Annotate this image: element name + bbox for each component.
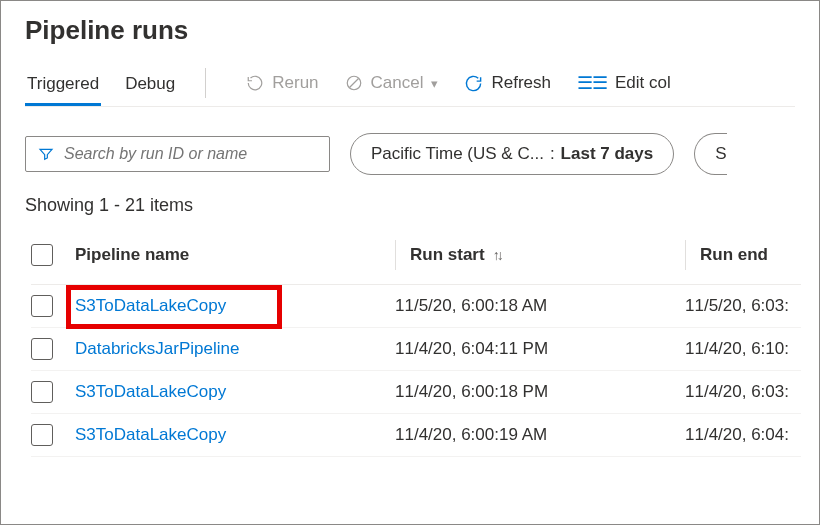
run-end-cell: 11/5/20, 6:03: (685, 296, 801, 316)
tab-debug[interactable]: Debug (123, 68, 177, 106)
rerun-button[interactable]: Rerun (246, 73, 318, 93)
run-start-cell: 11/5/20, 6:00:18 AM (395, 296, 685, 316)
run-start-cell: 11/4/20, 6:04:11 PM (395, 339, 685, 359)
range-prefix: : (550, 144, 555, 164)
run-end-cell: 11/4/20, 6:03: (685, 382, 801, 402)
col-run-start[interactable]: Run start ↑↓ (395, 240, 685, 270)
cancel-label: Cancel (371, 73, 424, 93)
tab-triggered[interactable]: Triggered (25, 68, 101, 106)
range-text: Last 7 days (561, 144, 654, 164)
divider (205, 68, 206, 98)
col-run-end[interactable]: Run end (685, 240, 801, 270)
search-input[interactable] (64, 145, 317, 163)
run-end-cell: 11/4/20, 6:04: (685, 425, 801, 445)
rerun-label: Rerun (272, 73, 318, 93)
chevron-down-icon: ▾ (431, 76, 438, 91)
run-start-cell: 11/4/20, 6:00:18 PM (395, 382, 685, 402)
filter-row: Pacific Time (US & C... : Last 7 days S (25, 133, 795, 175)
refresh-icon (464, 74, 483, 93)
search-box[interactable] (25, 136, 330, 172)
cancel-icon (345, 74, 363, 92)
row-checkbox[interactable] (31, 424, 53, 446)
timezone-text: Pacific Time (US & C... (371, 144, 544, 164)
table-row: S3ToDataLakeCopy 11/4/20, 6:00:18 PM 11/… (31, 371, 801, 414)
row-checkbox[interactable] (31, 295, 53, 317)
cancel-button[interactable]: Cancel ▾ (345, 73, 439, 93)
table-row: S3ToDataLakeCopy 11/4/20, 6:00:19 AM 11/… (31, 414, 801, 457)
rerun-icon (246, 74, 264, 92)
results-summary: Showing 1 - 21 items (25, 195, 795, 216)
time-range-filter[interactable]: Pacific Time (US & C... : Last 7 days (350, 133, 674, 175)
edit-columns-label: Edit col (615, 73, 671, 93)
runs-table: Pipeline name Run start ↑↓ Run end S3ToD… (31, 240, 801, 457)
pipeline-link[interactable]: S3ToDataLakeCopy (75, 382, 226, 401)
pipeline-link[interactable]: S3ToDataLakeCopy (75, 296, 226, 315)
table-header-row: Pipeline name Run start ↑↓ Run end (31, 240, 801, 285)
extra-filter[interactable]: S (694, 133, 726, 175)
sort-icon: ↑↓ (493, 247, 501, 263)
col-pipeline-name[interactable]: Pipeline name (75, 245, 395, 265)
select-all-checkbox[interactable] (31, 244, 53, 266)
table-row: DatabricksJarPipeline 11/4/20, 6:04:11 P… (31, 328, 801, 371)
row-checkbox[interactable] (31, 381, 53, 403)
table-row: S3ToDataLakeCopy 11/5/20, 6:00:18 AM 11/… (31, 285, 801, 328)
row-checkbox[interactable] (31, 338, 53, 360)
page-title: Pipeline runs (25, 15, 795, 46)
run-start-cell: 11/4/20, 6:00:19 AM (395, 425, 685, 445)
filter-icon (38, 146, 54, 162)
edit-columns-button[interactable]: ☰☰ Edit col (577, 72, 671, 94)
extra-filter-text: S (715, 144, 726, 164)
refresh-label: Refresh (491, 73, 551, 93)
pipeline-link[interactable]: DatabricksJarPipeline (75, 339, 239, 358)
pipeline-link[interactable]: S3ToDataLakeCopy (75, 425, 226, 444)
list-icon: ☰☰ (577, 72, 607, 94)
toolbar: Rerun Cancel ▾ Refresh (246, 72, 671, 102)
col-run-start-label: Run start (410, 245, 485, 265)
refresh-button[interactable]: Refresh (464, 73, 551, 93)
run-end-cell: 11/4/20, 6:10: (685, 339, 801, 359)
tabs-toolbar-row: Triggered Debug Rerun Cancel ▾ (25, 68, 795, 107)
